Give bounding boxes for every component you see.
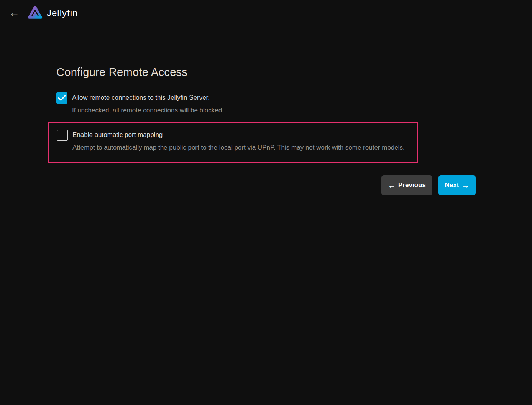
back-button[interactable]: ← [6, 5, 22, 21]
port-mapping-description: Attempt to automatically map the public … [72, 144, 405, 151]
port-mapping-option: Enable automatic port mapping Attempt to… [57, 130, 409, 151]
wizard-content: Configure Remote Access Allow remote con… [56, 65, 476, 195]
annotation-highlight-box: Enable automatic port mapping Attempt to… [48, 122, 418, 163]
remote-connections-label[interactable]: Allow remote connections to this Jellyfi… [72, 94, 224, 102]
page-title: Configure Remote Access [56, 65, 476, 79]
port-mapping-text: Enable automatic port mapping Attempt to… [72, 130, 405, 151]
app-name: Jellyfin [47, 8, 78, 18]
remote-connections-option: Allow remote connections to this Jellyfi… [56, 92, 476, 114]
arrow-left-icon: ← [388, 181, 396, 189]
remote-connections-description: If unchecked, all remote connections wil… [72, 107, 224, 114]
next-button[interactable]: Next → [438, 175, 476, 195]
checkmark-icon [58, 95, 66, 101]
next-button-label: Next [445, 181, 459, 189]
wizard-nav-buttons: ← Previous Next → [56, 175, 476, 195]
app-header: ← Jellyfin [0, 0, 532, 26]
remote-connections-checkbox[interactable] [56, 92, 67, 104]
port-mapping-checkbox[interactable] [57, 130, 68, 141]
previous-button[interactable]: ← Previous [381, 175, 432, 195]
previous-button-label: Previous [398, 181, 426, 189]
arrow-right-icon: → [461, 181, 469, 189]
jellyfin-logo-icon [26, 4, 44, 22]
port-mapping-label[interactable]: Enable automatic port mapping [72, 131, 405, 139]
back-arrow-icon: ← [9, 8, 20, 18]
remote-connections-text: Allow remote connections to this Jellyfi… [72, 92, 224, 114]
